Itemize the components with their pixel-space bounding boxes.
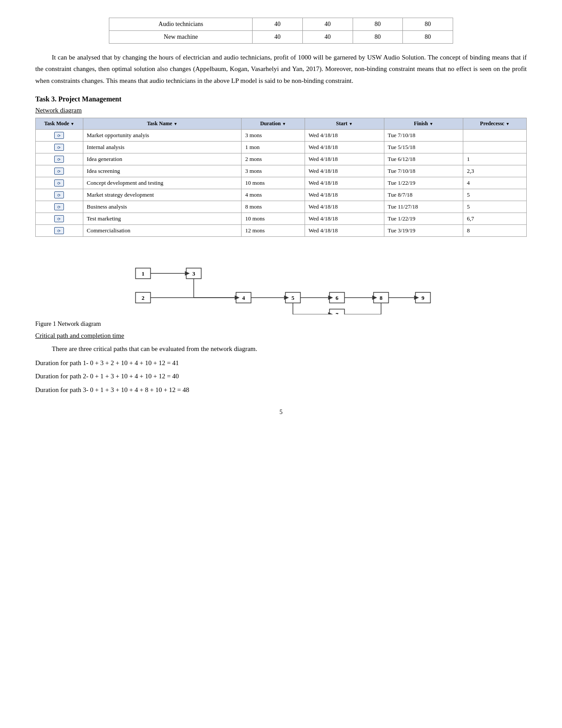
task-mode-icon: ⟳ xyxy=(54,156,64,163)
task-finish-cell: Tue 6/12/18 xyxy=(384,153,463,165)
top-summary-table: Audio technicians 40 40 80 80 New machin… xyxy=(109,18,453,44)
row-c3: 80 xyxy=(353,31,403,44)
page-number: 5 xyxy=(35,409,527,416)
network-diagram: 1 2 3 4 5 6 7 8 9 xyxy=(35,244,527,314)
task-mode-cell: ⟳ xyxy=(36,224,83,236)
task-name-cell: Concept development and testing xyxy=(83,177,241,189)
row-c2: 40 xyxy=(302,31,353,44)
node-4-label: 4 xyxy=(242,295,245,301)
task-finish-cell: Tue 1/22/19 xyxy=(384,213,463,224)
duration-path1: Duration for path 1- 0 + 3 + 2 + 10 + 4 … xyxy=(35,357,527,369)
task-mode-icon: ⟳ xyxy=(54,227,64,234)
task-mode-icon: ⟳ xyxy=(54,191,64,198)
table-row: Audio technicians 40 40 80 80 xyxy=(109,18,453,31)
critical-path-intro: There are three critical paths that can … xyxy=(35,343,527,355)
task-duration-cell: 3 mons xyxy=(242,165,305,177)
task-finish-cell: Tue 8/7/18 xyxy=(384,189,463,201)
node-5-label: 5 xyxy=(291,295,294,301)
duration-path3: Duration for path 3- 0 + 1 + 3 + 10 + 4 … xyxy=(35,384,527,396)
node-8-label: 8 xyxy=(380,295,383,301)
task-start-cell: Wed 4/18/18 xyxy=(305,129,384,141)
task-start-cell: Wed 4/18/18 xyxy=(305,177,384,189)
task-name-cell: Idea generation xyxy=(83,153,241,165)
row-c3: 80 xyxy=(353,18,403,31)
task-mode-icon: ⟳ xyxy=(54,179,64,187)
task-start-cell: Wed 4/18/18 xyxy=(305,153,384,165)
task-duration-cell: 1 mon xyxy=(242,141,305,153)
col-header-duration: Duration ▼ xyxy=(242,118,305,129)
table-row: ⟳Market strategy development4 monsWed 4/… xyxy=(36,189,527,201)
task-predecessor-cell: 8 xyxy=(463,224,527,236)
task-name-cell: Commercialisation xyxy=(83,224,241,236)
task-duration-cell: 10 mons xyxy=(242,213,305,224)
col-header-task-name: Task Name ▼ xyxy=(83,118,241,129)
task-mode-icon: ⟳ xyxy=(54,215,64,222)
network-diagram-svg: 1 2 3 4 5 6 7 8 9 xyxy=(35,244,527,314)
node-1-label: 1 xyxy=(141,270,145,277)
task-name-cell: Test marketing xyxy=(83,213,241,224)
table-row: ⟳Commercialisation12 monsWed 4/18/18Tue … xyxy=(36,224,527,236)
row-c4: 80 xyxy=(403,18,453,31)
task-mode-cell: ⟳ xyxy=(36,189,83,201)
task-predecessor-cell: 6,7 xyxy=(463,213,527,224)
row-c2: 40 xyxy=(302,18,353,31)
task-start-cell: Wed 4/18/18 xyxy=(305,141,384,153)
row-label: New machine xyxy=(109,31,253,44)
task-predecessor-cell: 5 xyxy=(463,189,527,201)
task-predecessor-cell xyxy=(463,129,527,141)
project-table: Task Mode ▼ Task Name ▼ Duration ▼ Start… xyxy=(35,118,527,237)
network-diagram-label: Network diagram xyxy=(35,107,527,114)
task-duration-cell: 8 mons xyxy=(242,201,305,213)
task-name-cell: Market strategy development xyxy=(83,189,241,201)
table-row: ⟳Concept development and testing10 monsW… xyxy=(36,177,527,189)
table-row: ⟳Idea screening3 monsWed 4/18/18Tue 7/10… xyxy=(36,165,527,177)
task-mode-cell: ⟳ xyxy=(36,177,83,189)
task-start-cell: Wed 4/18/18 xyxy=(305,213,384,224)
section-heading: Task 3. Project Management xyxy=(35,95,527,103)
task-mode-icon: ⟳ xyxy=(54,203,64,210)
task-mode-cell: ⟳ xyxy=(36,141,83,153)
task-mode-icon: ⟳ xyxy=(54,132,64,139)
task-name-cell: Idea screening xyxy=(83,165,241,177)
task-duration-cell: 4 mons xyxy=(242,189,305,201)
task-name-cell: Market opportunity analyis xyxy=(83,129,241,141)
task-predecessor-cell xyxy=(463,141,527,153)
col-header-task-mode: Task Mode ▼ xyxy=(36,118,83,129)
table-row: ⟳Test marketing10 monsWed 4/18/18Tue 1/2… xyxy=(36,213,527,224)
figure-caption: Figure 1 Network diagram xyxy=(35,321,527,328)
row-label: Audio technicians xyxy=(109,18,253,31)
task-duration-cell: 2 mons xyxy=(242,153,305,165)
task-start-cell: Wed 4/18/18 xyxy=(305,189,384,201)
node-9-label: 9 xyxy=(421,295,424,301)
node-6-label: 6 xyxy=(335,295,339,301)
task-finish-cell: Tue 1/22/19 xyxy=(384,177,463,189)
task-finish-cell: Tue 11/27/18 xyxy=(384,201,463,213)
task-start-cell: Wed 4/18/18 xyxy=(305,224,384,236)
table-row: ⟳Internal analysis1 monWed 4/18/18Tue 5/… xyxy=(36,141,527,153)
task-start-cell: Wed 4/18/18 xyxy=(305,201,384,213)
task-duration-cell: 10 mons xyxy=(242,177,305,189)
task-mode-cell: ⟳ xyxy=(36,213,83,224)
table-row: ⟳Idea generation2 monsWed 4/18/18Tue 6/1… xyxy=(36,153,527,165)
task-duration-cell: 12 mons xyxy=(242,224,305,236)
task-duration-cell: 3 mons xyxy=(242,129,305,141)
task-predecessor-cell: 4 xyxy=(463,177,527,189)
col-header-predecessor: Predecessc ▼ xyxy=(463,118,527,129)
task-mode-cell: ⟳ xyxy=(36,165,83,177)
task-name-cell: Business analysis xyxy=(83,201,241,213)
node-3-label: 3 xyxy=(192,270,195,277)
table-row: New machine 40 40 80 80 xyxy=(109,31,453,44)
task-mode-icon: ⟳ xyxy=(54,144,64,151)
col-header-start: Start ▼ xyxy=(305,118,384,129)
row-c1: 40 xyxy=(253,18,303,31)
task-predecessor-cell: 1 xyxy=(463,153,527,165)
task-finish-cell: Tue 3/19/19 xyxy=(384,224,463,236)
row-c4: 80 xyxy=(403,31,453,44)
task-mode-cell: ⟳ xyxy=(36,201,83,213)
task-finish-cell: Tue 7/10/18 xyxy=(384,165,463,177)
task-predecessor-cell: 2,3 xyxy=(463,165,527,177)
critical-path-heading: Critical path and completion time xyxy=(35,332,527,340)
task-finish-cell: Tue 7/10/18 xyxy=(384,129,463,141)
task-finish-cell: Tue 5/15/18 xyxy=(384,141,463,153)
body-paragraph: It can be analysed that by changing the … xyxy=(35,52,527,86)
